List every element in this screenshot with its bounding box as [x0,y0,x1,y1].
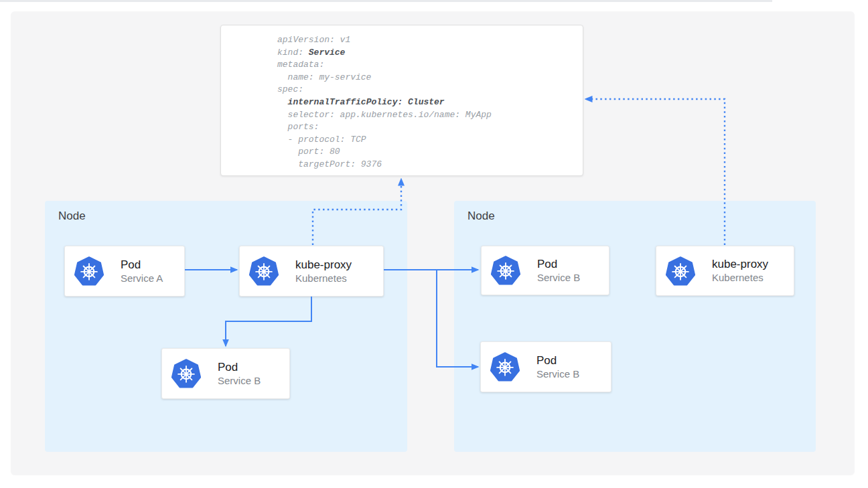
yaml-line: kind: Service [277,47,577,60]
pod-card-service-b-right-top: Pod Service B [481,246,609,295]
card-subtitle: Service B [537,271,580,284]
card-subtitle: Service A [121,272,163,285]
card-title: kube-proxy [712,257,768,271]
yaml-code: apiVersion: v1kind: Servicemetadata: nam… [277,34,577,171]
card-subtitle: Service B [218,374,261,388]
yaml-line: apiVersion: v1 [277,34,577,47]
kubernetes-icon [249,256,279,286]
card-subtitle: Kubernetes [295,272,352,285]
yaml-config-box: apiVersion: v1kind: Servicemetadata: nam… [220,25,583,176]
card-title: Pod [537,257,580,271]
pod-card-service-a: Pod Service A [64,246,185,297]
kubernetes-icon [666,256,695,286]
card-title: Pod [121,258,163,272]
yaml-line: metadata: [277,59,577,72]
yaml-line: name: my-service [277,72,577,84]
yaml-line: selector: app.kubernetes.io/name: MyApp [277,109,577,122]
kubernetes-icon [491,256,520,285]
kubernetes-icon [171,359,201,388]
node-label: Node [467,210,495,223]
yaml-line: port: 80 [277,146,577,159]
node-box-right: Node [454,201,816,452]
yaml-line: internalTrafficPolicy: Cluster [277,96,577,109]
card-title: Pod [218,360,261,374]
node-label: Node [58,210,86,223]
yaml-line: targetPort: 9376 [277,159,577,171]
kube-proxy-card-left: kube-proxy Kubernetes [239,246,384,297]
yaml-line: - protocol: TCP [277,134,577,147]
pod-card-service-b-right-bottom: Pod Service B [480,341,611,392]
card-subtitle: Service B [536,368,579,381]
card-subtitle: Kubernetes [712,271,768,284]
pod-card-service-b-left: Pod Service B [161,348,290,399]
card-title: kube-proxy [295,258,352,272]
kube-proxy-card-right: kube-proxy Kubernetes [656,246,794,296]
yaml-line: ports: [277,121,577,134]
page-top-divider [0,0,772,2]
kubernetes-icon [74,256,104,286]
card-title: Pod [536,353,579,368]
node-box-left: Node [45,201,407,452]
kubernetes-icon [490,352,520,382]
yaml-line: spec: [277,84,577,96]
